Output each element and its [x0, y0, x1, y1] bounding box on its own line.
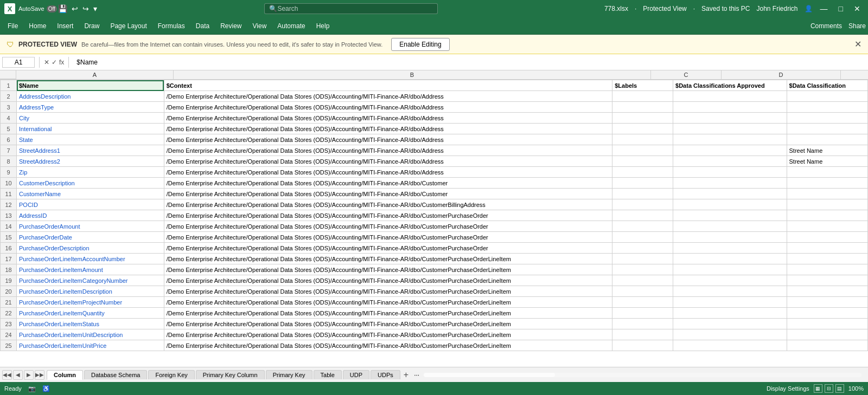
- cell-a-23[interactable]: PurchaseOrderLineItemStatus: [17, 319, 164, 329]
- tab-nav-first[interactable]: ◀◀: [2, 370, 12, 380]
- cell-e-6[interactable]: [787, 134, 867, 145]
- row-number[interactable]: 18: [1, 264, 17, 275]
- cell-e-21[interactable]: [787, 297, 867, 308]
- cell-b-12[interactable]: /Demo Enterprise Architecture/Operationa…: [164, 199, 612, 210]
- cell-c-1[interactable]: $Labels: [612, 80, 673, 91]
- cell-d-25[interactable]: [673, 340, 787, 351]
- col-header-d[interactable]: D: [722, 70, 841, 79]
- cell-a-22[interactable]: PurchaseOrderLineItemQuantity: [17, 308, 164, 319]
- cell-c-20[interactable]: [612, 286, 673, 297]
- col-header-c[interactable]: C: [651, 70, 722, 79]
- tab-options[interactable]: ···: [414, 371, 419, 379]
- menu-help[interactable]: Help: [311, 20, 335, 32]
- cell-e-8[interactable]: Street Name: [787, 156, 867, 167]
- cell-b-7[interactable]: /Demo Enterprise Architecture/Operationa…: [164, 145, 612, 156]
- cell-e-16[interactable]: [787, 243, 867, 254]
- cell-c-24[interactable]: [612, 329, 673, 340]
- menu-home[interactable]: Home: [23, 20, 52, 32]
- share-button[interactable]: Share: [848, 22, 866, 30]
- cell-e-15[interactable]: [787, 232, 867, 243]
- cell-e-14[interactable]: [787, 221, 867, 232]
- row-number[interactable]: 20: [1, 286, 17, 297]
- cell-c-9[interactable]: [612, 167, 673, 178]
- cell-e-25[interactable]: [787, 340, 867, 351]
- cell-d-7[interactable]: [673, 145, 787, 156]
- cell-e-10[interactable]: [787, 178, 867, 189]
- cell-d-10[interactable]: [673, 178, 787, 189]
- cell-e-4[interactable]: [787, 113, 867, 124]
- cell-a-2[interactable]: AddressDescription: [17, 91, 164, 102]
- menu-file[interactable]: File: [2, 20, 23, 32]
- cell-a-15[interactable]: PurchaseOrderDate: [17, 232, 164, 243]
- cell-a-21[interactable]: PurchaseOrderLineItemProjectNumber: [17, 297, 164, 308]
- sheet-tab-udp[interactable]: UDP: [343, 370, 369, 379]
- cell-c-23[interactable]: [612, 319, 673, 329]
- cell-a-12[interactable]: POCID: [17, 199, 164, 210]
- row-number[interactable]: 22: [1, 308, 17, 319]
- search-box[interactable]: 🔍: [264, 3, 438, 14]
- cell-d-1[interactable]: $Data Classifications Approved: [673, 80, 787, 91]
- display-settings[interactable]: Display Settings: [767, 385, 809, 392]
- cell-c-2[interactable]: [612, 91, 673, 102]
- cell-c-16[interactable]: [612, 243, 673, 254]
- minimize-button[interactable]: —: [817, 3, 831, 14]
- cell-b-1[interactable]: $Context: [164, 80, 612, 91]
- cell-c-13[interactable]: [612, 210, 673, 221]
- cell-c-14[interactable]: [612, 221, 673, 232]
- menu-page-layout[interactable]: Page Layout: [105, 20, 152, 32]
- menu-data[interactable]: Data: [190, 20, 215, 32]
- cell-d-6[interactable]: [673, 134, 787, 145]
- cell-e-9[interactable]: [787, 167, 867, 178]
- cell-c-21[interactable]: [612, 297, 673, 308]
- cell-a-1[interactable]: $Name: [17, 80, 164, 91]
- cell-c-3[interactable]: [612, 102, 673, 113]
- cell-b-19[interactable]: /Demo Enterprise Architecture/Operationa…: [164, 275, 612, 286]
- row-number[interactable]: 8: [1, 156, 17, 167]
- cell-e-20[interactable]: [787, 286, 867, 297]
- menu-view[interactable]: View: [247, 20, 272, 32]
- cell-b-21[interactable]: /Demo Enterprise Architecture/Operationa…: [164, 297, 612, 308]
- cell-b-6[interactable]: /Demo Enterprise Architecture/Operationa…: [164, 134, 612, 145]
- enable-editing-button[interactable]: Enable Editing: [391, 38, 449, 51]
- cell-a-16[interactable]: PurchaseOrderDescription: [17, 243, 164, 254]
- formula-input[interactable]: [73, 57, 866, 67]
- cell-d-18[interactable]: [673, 264, 787, 275]
- col-header-b[interactable]: B: [174, 70, 651, 79]
- cell-c-25[interactable]: [612, 340, 673, 351]
- cell-c-5[interactable]: [612, 124, 673, 134]
- horizontal-scrollbar[interactable]: [424, 373, 861, 377]
- customize-button[interactable]: ▾: [92, 3, 98, 14]
- cell-d-16[interactable]: [673, 243, 787, 254]
- sheet-tab-foreign-key[interactable]: Foreign Key: [148, 370, 194, 379]
- cell-d-19[interactable]: [673, 275, 787, 286]
- cell-b-9[interactable]: /Demo Enterprise Architecture/Operationa…: [164, 167, 612, 178]
- tab-nav-next[interactable]: ▶: [24, 370, 34, 380]
- cell-e-19[interactable]: [787, 275, 867, 286]
- cell-c-15[interactable]: [612, 232, 673, 243]
- row-number[interactable]: 21: [1, 297, 17, 308]
- cell-c-18[interactable]: [612, 264, 673, 275]
- row-number[interactable]: 9: [1, 167, 17, 178]
- cell-c-17[interactable]: [612, 254, 673, 264]
- menu-insert[interactable]: Insert: [52, 20, 79, 32]
- menu-draw[interactable]: Draw: [79, 20, 105, 32]
- cell-e-7[interactable]: Street Name: [787, 145, 867, 156]
- cell-b-20[interactable]: /Demo Enterprise Architecture/Operationa…: [164, 286, 612, 297]
- cell-a-14[interactable]: PurchaseOrderAmount: [17, 221, 164, 232]
- col-header-e[interactable]: E: [841, 70, 868, 79]
- cell-a-4[interactable]: City: [17, 113, 164, 124]
- cell-c-12[interactable]: [612, 199, 673, 210]
- search-input[interactable]: [277, 5, 429, 12]
- cell-b-14[interactable]: /Demo Enterprise Architecture/Operationa…: [164, 221, 612, 232]
- comments-button[interactable]: Comments: [810, 22, 842, 30]
- redo-button[interactable]: ↪: [81, 3, 90, 14]
- cell-a-5[interactable]: International: [17, 124, 164, 134]
- row-number[interactable]: 6: [1, 134, 17, 145]
- cell-b-11[interactable]: /Demo Enterprise Architecture/Operationa…: [164, 189, 612, 199]
- row-number[interactable]: 12: [1, 199, 17, 210]
- row-number[interactable]: 19: [1, 275, 17, 286]
- row-number[interactable]: 7: [1, 145, 17, 156]
- cell-b-23[interactable]: /Demo Enterprise Architecture/Operationa…: [164, 319, 612, 329]
- confirm-formula-icon[interactable]: ✓: [52, 59, 57, 66]
- row-number[interactable]: 23: [1, 319, 17, 329]
